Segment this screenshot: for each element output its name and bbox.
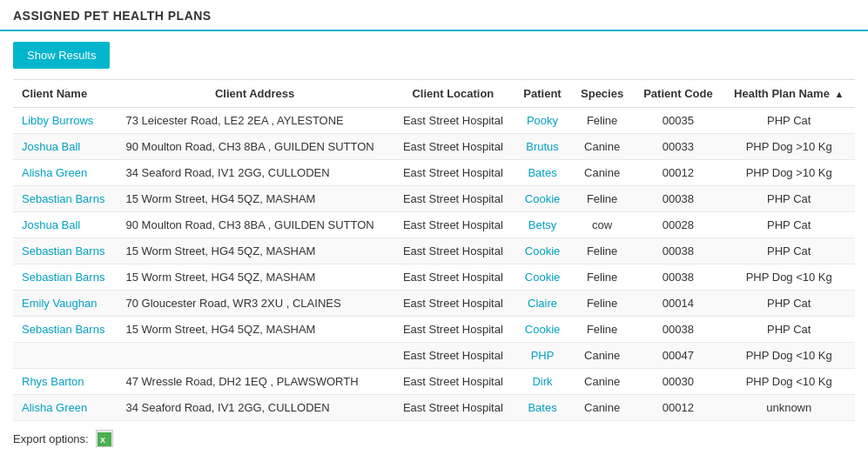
client-name-link[interactable]: Libby Burrows: [22, 114, 93, 127]
cell-client-name: Sebastian Barns: [13, 238, 118, 264]
cell-client-location: East Street Hospital: [393, 395, 515, 421]
cell-client-location: East Street Hospital: [393, 134, 515, 160]
cell-client-name: Libby Burrows: [13, 108, 118, 134]
patient-link[interactable]: PHP: [531, 349, 555, 362]
page-container: ASSIGNED PET HEALTH PLANS Show Results C…: [0, 0, 868, 475]
cell-client-name: [13, 343, 118, 369]
cell-health-plan-name: PHP Cat: [723, 238, 855, 264]
client-name-link[interactable]: Joshua Ball: [22, 140, 80, 153]
cell-patient: Betsy: [514, 212, 571, 238]
cell-health-plan-name: PHP Cat: [723, 317, 855, 343]
client-name-link[interactable]: Rhys Barton: [22, 375, 84, 388]
cell-client-location: East Street Hospital: [393, 186, 515, 212]
patient-link[interactable]: Cookie: [525, 323, 560, 336]
cell-patient-code: 00047: [633, 343, 723, 369]
cell-client-address: [118, 343, 393, 369]
client-name-link[interactable]: Alisha Green: [22, 401, 87, 414]
cell-species: Canine: [571, 343, 634, 369]
page-title: ASSIGNED PET HEALTH PLANS: [13, 9, 212, 23]
cell-client-name: Joshua Ball: [13, 134, 118, 160]
cell-patient: Bates: [514, 395, 571, 421]
col-species: Species: [571, 80, 634, 108]
client-name-link[interactable]: Alisha Green: [22, 166, 87, 179]
cell-client-location: East Street Hospital: [393, 212, 515, 238]
patient-link[interactable]: Bates: [528, 166, 556, 179]
client-name-link[interactable]: Sebastian Barns: [22, 271, 104, 284]
cell-client-location: East Street Hospital: [393, 317, 515, 343]
table-row: East Street HospitalPHPCanine00047PHP Do…: [13, 343, 855, 369]
cell-client-name: Emily Vaughan: [13, 291, 118, 317]
cell-client-address: 15 Worm Street, HG4 5QZ, MASHAM: [118, 317, 393, 343]
cell-client-location: East Street Hospital: [393, 343, 515, 369]
export-excel-button[interactable]: X: [96, 430, 113, 447]
client-name-link[interactable]: Emily Vaughan: [22, 297, 97, 310]
col-patient-code: Patient Code: [633, 80, 723, 108]
patient-link[interactable]: Claire: [528, 297, 557, 310]
table-body: Libby Burrows73 Leicester Road, LE2 2EA …: [13, 108, 855, 421]
col-health-plan-name[interactable]: Health Plan Name ▲: [723, 80, 855, 108]
table-row: Alisha Green34 Seaford Road, IV1 2GG, CU…: [13, 395, 855, 421]
cell-species: cow: [571, 212, 634, 238]
table-container: Client Name Client Address Client Locati…: [0, 79, 868, 421]
results-table: Client Name Client Address Client Locati…: [13, 79, 855, 421]
cell-species: Canine: [571, 134, 634, 160]
patient-link[interactable]: Brutus: [526, 140, 559, 153]
cell-species: Feline: [571, 186, 634, 212]
cell-health-plan-name: PHP Cat: [723, 291, 855, 317]
client-name-link[interactable]: Sebastian Barns: [22, 323, 104, 336]
cell-client-name: Sebastian Barns: [13, 186, 118, 212]
patient-link[interactable]: Bates: [528, 401, 556, 414]
patient-link[interactable]: Cookie: [525, 271, 560, 284]
export-label: Export options:: [13, 432, 89, 445]
client-name-link[interactable]: Joshua Ball: [22, 218, 80, 231]
cell-client-name: Alisha Green: [13, 160, 118, 186]
cell-patient: PHP: [514, 343, 571, 369]
table-row: Emily Vaughan70 Gloucester Road, WR3 2XU…: [13, 291, 855, 317]
toolbar: Show Results: [0, 31, 868, 79]
cell-client-address: 90 Moulton Road, CH3 8BA , GUILDEN SUTTO…: [118, 134, 393, 160]
col-patient: Patient: [514, 80, 571, 108]
patient-link[interactable]: Pooky: [527, 114, 558, 127]
cell-client-address: 15 Worm Street, HG4 5QZ, MASHAM: [118, 186, 393, 212]
patient-link[interactable]: Cookie: [525, 192, 560, 205]
cell-patient: Cookie: [514, 186, 571, 212]
cell-client-location: East Street Hospital: [393, 160, 515, 186]
cell-patient-code: 00038: [633, 317, 723, 343]
client-name-link[interactable]: Sebastian Barns: [22, 244, 104, 258]
page-header: ASSIGNED PET HEALTH PLANS: [0, 0, 868, 31]
table-row: Alisha Green34 Seaford Road, IV1 2GG, CU…: [13, 160, 855, 186]
patient-link[interactable]: Betsy: [528, 218, 557, 231]
patient-link[interactable]: Cookie: [525, 244, 560, 258]
cell-species: Feline: [571, 291, 634, 317]
cell-health-plan-name: PHP Cat: [723, 186, 855, 212]
cell-patient-code: 00012: [633, 160, 723, 186]
cell-health-plan-name: PHP Dog <10 Kg: [723, 343, 855, 369]
cell-patient-code: 00038: [633, 186, 723, 212]
table-row: Joshua Ball90 Moulton Road, CH3 8BA , GU…: [13, 212, 855, 238]
cell-client-name: Alisha Green: [13, 395, 118, 421]
cell-patient-code: 00038: [633, 238, 723, 264]
cell-client-name: Sebastian Barns: [13, 264, 118, 291]
cell-patient-code: 00030: [633, 369, 723, 395]
cell-health-plan-name: PHP Cat: [723, 108, 855, 134]
cell-client-address: 70 Gloucester Road, WR3 2XU , CLAINES: [118, 291, 393, 317]
cell-patient-code: 00028: [633, 212, 723, 238]
cell-client-location: East Street Hospital: [393, 238, 515, 264]
cell-client-address: 15 Worm Street, HG4 5QZ, MASHAM: [118, 264, 393, 291]
cell-patient-code: 00033: [633, 134, 723, 160]
client-name-link[interactable]: Sebastian Barns: [22, 192, 104, 205]
cell-species: Canine: [571, 369, 634, 395]
patient-link[interactable]: Dirk: [532, 375, 552, 388]
cell-patient: Cookie: [514, 264, 571, 291]
export-section: Export options: X: [0, 421, 868, 456]
cell-species: Feline: [571, 108, 634, 134]
cell-client-location: East Street Hospital: [393, 369, 515, 395]
cell-species: Canine: [571, 160, 634, 186]
cell-health-plan-name: PHP Dog >10 Kg: [723, 160, 855, 186]
cell-client-location: East Street Hospital: [393, 291, 515, 317]
show-results-button[interactable]: Show Results: [13, 42, 110, 69]
svg-text:X: X: [100, 436, 105, 445]
table-row: Libby Burrows73 Leicester Road, LE2 2EA …: [13, 108, 855, 134]
cell-client-address: 34 Seaford Road, IV1 2GG, CULLODEN: [118, 395, 393, 421]
cell-client-name: Rhys Barton: [13, 369, 118, 395]
